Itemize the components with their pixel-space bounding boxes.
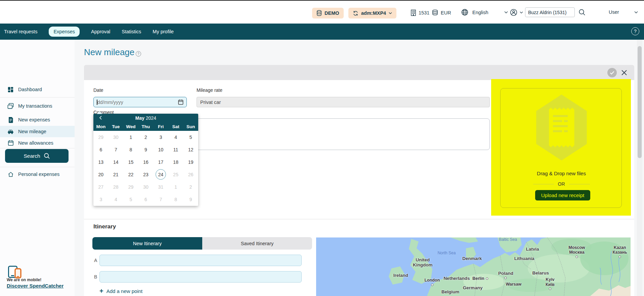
tab-new-itinerary[interactable]: New Itinerary [92, 237, 202, 250]
calendar-day: 29 [123, 181, 138, 193]
nav-tab-statistics[interactable]: Statistics [122, 29, 141, 34]
building-icon [411, 9, 416, 16]
calendar-day-selected[interactable]: 24 [153, 168, 168, 181]
document-icon [7, 117, 14, 123]
help-icon[interactable]: ? [631, 27, 639, 35]
mobile-promo-link[interactable]: Discover SpendCatcher [7, 283, 63, 289]
calendar-day[interactable]: 1 [123, 131, 138, 143]
calendar-day[interactable]: 16 [138, 156, 154, 168]
receipt-icon [549, 108, 574, 147]
search-icon[interactable] [578, 9, 586, 16]
map-label-poland: Poland [498, 271, 513, 279]
calendar-day[interactable]: 15 [123, 156, 138, 168]
sidebar-item-label: My transactions [18, 103, 52, 109]
calendar-month: May [135, 115, 144, 121]
sidebar-item-new-mileage[interactable]: New mileage [0, 126, 75, 137]
map-label-latvia: Latvia [526, 247, 539, 252]
calendar-icon [7, 140, 14, 146]
nav-tab-approval[interactable]: Approval [91, 29, 110, 34]
calendar-day[interactable]: 7 [109, 143, 124, 156]
calendar-day[interactable]: 8 [123, 143, 138, 156]
calendar-day[interactable]: 11 [168, 143, 183, 156]
user-search-input[interactable] [525, 7, 575, 17]
currency-item: EUR [432, 9, 451, 16]
calendar-day: 26 [183, 168, 198, 181]
map-label-belarus: Belarus [532, 270, 549, 276]
close-form-button[interactable] [620, 68, 629, 77]
calendar-day: 1 [168, 181, 183, 193]
map-label-berlin: Berlin [472, 276, 484, 281]
calendar-day[interactable]: 6 [93, 143, 109, 156]
sidebar-item-dashboard[interactable]: Dashboard [0, 84, 75, 95]
sidebar-item-label: Personal expenses [18, 172, 59, 177]
calendar-day: 7 [153, 193, 168, 206]
calendar-day: 2 [183, 181, 198, 193]
sidebar-item-new-expenses[interactable]: New expenses [0, 114, 75, 125]
tab-saved-itinerary[interactable]: Saved Itinerary [202, 237, 312, 250]
itinerary-point-input-b[interactable] [99, 271, 302, 283]
calendar-day: 28 [109, 181, 124, 193]
form-header-bar [84, 65, 634, 80]
calendar-day[interactable]: 17 [153, 156, 168, 168]
transactions-icon [7, 103, 14, 109]
save-check-button[interactable] [607, 68, 617, 77]
database-switcher[interactable]: adm:MXP4 [348, 8, 396, 18]
calendar-day[interactable]: 21 [109, 168, 124, 181]
map[interactable]: Baltic SeaNorth SeaLatviaLithuaniaMoscow… [316, 237, 631, 296]
weekday-label: Wed [123, 124, 138, 129]
nav-tab-expenses[interactable]: Expenses [49, 27, 80, 37]
calendar-day[interactable]: 2 [138, 131, 154, 143]
weekday-label: Thu [138, 124, 154, 129]
sidebar-item-new-allowances[interactable]: New allowances [0, 137, 75, 149]
calendar-year: 2024 [146, 115, 156, 121]
user-switcher[interactable] [510, 9, 523, 16]
nav-tab-my-profile[interactable]: My profile [153, 29, 174, 34]
weekday-label: Fri [153, 124, 168, 129]
calendar-day: 3 [93, 193, 109, 206]
calendar-day[interactable]: 14 [109, 156, 124, 168]
calendar-day[interactable]: 19 [183, 156, 198, 168]
weekday-label: Mon [93, 124, 109, 129]
car-icon [7, 128, 14, 135]
close-icon [621, 70, 627, 76]
calendar-day[interactable]: 5 [183, 131, 198, 143]
calendar-picker-icon[interactable] [178, 99, 183, 105]
calendar-day[interactable]: 9 [138, 143, 154, 156]
date-input[interactable] [97, 100, 178, 105]
sidebar-search-button[interactable]: Search [5, 149, 69, 163]
scrollbar-thumb[interactable] [638, 46, 642, 158]
role-selector[interactable]: User [609, 9, 638, 15]
calendar-day[interactable]: 22 [123, 168, 138, 181]
calendar-prev-month-icon[interactable] [97, 115, 103, 121]
page-help-icon[interactable]: ? [136, 51, 141, 57]
map-label-london: London [424, 278, 440, 286]
date-field[interactable] [93, 97, 187, 107]
language-value: English [472, 10, 488, 15]
add-point-link[interactable]: + Add a new point [99, 288, 142, 294]
date-label: Date [93, 87, 103, 93]
sidebar-item-personal-expenses[interactable]: Personal expenses [0, 169, 75, 180]
language-selector[interactable]: English [461, 9, 508, 16]
city-marker [619, 256, 621, 258]
point-label-b: B [94, 274, 97, 280]
mileage-rate-input [197, 97, 490, 107]
sidebar-item-my-transactions[interactable]: My transactions [0, 100, 75, 112]
itinerary-point-input-a[interactable] [99, 255, 302, 266]
weekday-label: Tue [109, 124, 124, 129]
calendar-day[interactable]: 18 [168, 156, 183, 168]
calendar-day[interactable]: 3 [153, 131, 168, 143]
calendar-day[interactable]: 4 [168, 131, 183, 143]
map-label-kazan: KazanКазань [613, 245, 627, 258]
mileage-rate-label: Mileage rate [197, 87, 222, 93]
nav-tab-travel-requests[interactable]: Travel requests [4, 29, 37, 34]
calendar-day[interactable]: 23 [138, 168, 154, 181]
calendar-day[interactable]: 12 [183, 143, 198, 156]
itinerary-heading: Itinerary [93, 223, 116, 230]
calendar-day[interactable]: 20 [93, 168, 109, 181]
calendar-grid: 2930123456789101112131415161718192021222… [93, 131, 198, 206]
calendar-day[interactable]: 10 [153, 143, 168, 156]
upload-receipt-button[interactable]: Upload new receipt [535, 190, 590, 200]
calendar-day[interactable]: 13 [93, 156, 109, 168]
calendar-day: 9 [183, 193, 198, 206]
receipt-dropzone[interactable]: Drag & Drop new files OR Upload new rece… [491, 79, 631, 216]
